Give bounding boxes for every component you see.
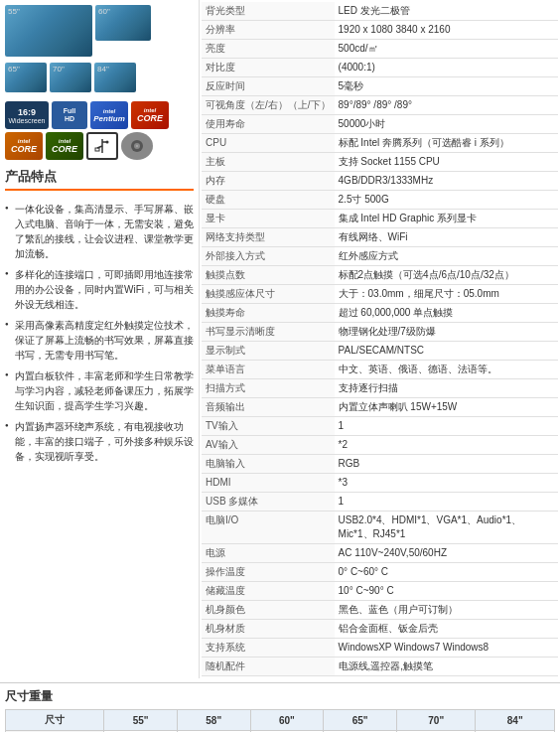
product-image-65: 65" (5, 63, 47, 92)
specs-table: 背光类型LED 发光二极管分辨率1920 x 1080 3840 x 2160亮… (202, 2, 558, 676)
spec-row: 外部接入方式红外感应方式 (202, 247, 558, 266)
product-images: 55" 60" 65" 70" 84" (5, 5, 194, 95)
spec-row: 音频输出内置立体声喇叭 15W+15W (202, 398, 558, 417)
dim-col-header: 65" (324, 710, 397, 731)
feature-item-5: 内置扬声器环绕声系统，有电视接收功能，丰富的接口端子，可外接多种娱乐设备，实现视… (5, 416, 194, 467)
spec-row: 背光类型LED 发光二极管 (202, 2, 558, 21)
spec-row: 电脑输入RGB (202, 455, 558, 474)
fullhd-badge: Full HD (52, 101, 87, 129)
spec-row: 储藏温度10° C~90° C (202, 582, 558, 601)
spec-row: TV输入1 (202, 417, 558, 436)
spec-row: 对比度(4000:1) (202, 59, 558, 77)
intel-core-badge-3: intel CORE (46, 132, 83, 160)
usb-badge (86, 132, 118, 160)
intel-core-badge-2: intel CORE (5, 132, 43, 160)
spec-row: 硬盘2.5寸 500G (202, 191, 558, 210)
spec-row: 亮度500cd/㎡ (202, 40, 558, 59)
spec-row: 电脑I/OUSB2.0*4、HDMI*1、VGA*1、Audio*1、Mic*1… (202, 512, 558, 544)
svg-point-7 (136, 145, 138, 147)
spec-row: 扫描方式支持逐行扫描 (202, 379, 558, 398)
spec-row: USB 多媒体1 (202, 493, 558, 512)
product-image-70: 70" (50, 63, 91, 92)
dim-col-header: 58" (177, 710, 250, 731)
dim-col-header: 尺寸 (6, 710, 104, 731)
left-panel: 55" 60" 65" 70" 84" 16:9 (0, 0, 199, 678)
feature-item-2: 多样化的连接端口，可即插即用地连接常用的办公设备，同时内置WiFi，可与相关外设… (5, 264, 194, 315)
spec-row: 支持系统WindowsXP Windows7 Windows8 (202, 639, 558, 658)
spec-row: 书写显示清晰度物理钢化处理/7级防爆 (202, 323, 558, 342)
feature-item-1: 一体化设备，集高清显示、手写屏幕、嵌入式电脑、音响于一体，无需安装，避免了繁乱的… (5, 199, 194, 264)
feature-list: 一体化设备，集高清显示、手写屏幕、嵌入式电脑、音响于一体，无需安装，避免了繁乱的… (5, 199, 194, 467)
spec-row: 内存4GB/DDR3/1333MHz (202, 172, 558, 191)
dimensions-title: 尺寸重量 (5, 688, 555, 705)
spec-row: CPU标配 Intel 奔腾系列（可选酷睿 i 系列） (202, 134, 558, 153)
widescreen-badge: 16:9 Widescreen (5, 101, 49, 129)
section-title: 产品特点 (5, 168, 194, 191)
spec-row: 分辨率1920 x 1080 3840 x 2160 (202, 21, 558, 40)
product-image-60: 60" (95, 5, 151, 41)
spec-row: 网络支持类型有线网络、WiFi (202, 228, 558, 247)
spec-row: 反应时间5毫秒 (202, 77, 558, 96)
feature-item-3: 采用高像素高精度定红外触摸定位技术，保证了屏幕上流畅的书写效果，屏幕直接书写，无… (5, 315, 194, 366)
svg-point-2 (106, 141, 109, 144)
spec-row: HDMI*3 (202, 474, 558, 493)
right-panel: 背光类型LED 发光二极管分辨率1920 x 1080 3840 x 2160亮… (199, 0, 560, 678)
spec-row: 可视角度（左/右）（上/下）89°/89° /89° /89° (202, 96, 558, 115)
dimensions-table: 尺寸55"58"60"65"70"84" 整机尺寸（长×宽）1297×768MM… (5, 709, 555, 732)
product-image-84: 84" (94, 63, 136, 92)
spec-row: 随机配件电源线,遥控器,触摸笔 (202, 658, 558, 676)
spec-row: 菜单语言中文、英语、俄语、德语、法语等。 (202, 361, 558, 379)
spec-row: 触摸点数标配2点触摸（可选4点/6点/10点/32点） (202, 266, 558, 285)
intel-pentium-badge: intel Pentium (90, 101, 128, 129)
feature-item-4: 内置白板软件，丰富老师和学生日常教学与学习内容，减轻老师备课压力，拓展学生知识面… (5, 366, 194, 416)
spec-row: 主板支持 Socket 1155 CPU (202, 153, 558, 172)
spec-row: 电源AC 110V~240V,50/60HZ (202, 544, 558, 563)
intel-core-badge-1: intel CORE (131, 101, 169, 129)
spec-row: 操作温度0° C~60° C (202, 563, 558, 582)
dim-col-header: 70" (396, 710, 476, 731)
dim-col-header: 55" (104, 710, 178, 731)
dim-col-header: 60" (250, 710, 324, 731)
spec-row: 显卡集成 Intel HD Graphic 系列显卡 (202, 210, 558, 228)
spec-row: 使用寿命50000小时 (202, 115, 558, 134)
badge-row: 16:9 Widescreen Full HD intel Pentium in… (5, 101, 194, 160)
spec-row: AV输入*2 (202, 436, 558, 455)
spec-row: 机身材质铝合金面框、钣金后壳 (202, 620, 558, 639)
spec-row: 显示制式PAL/SECAM/NTSC (202, 342, 558, 361)
dimensions-section: 尺寸重量 尺寸55"58"60"65"70"84" 整机尺寸（长×宽）1297×… (0, 682, 560, 732)
svg-rect-4 (95, 148, 99, 151)
spec-row: 触摸寿命超过 60,000,000 单点触摸 (202, 304, 558, 323)
dim-col-header: 84" (476, 710, 555, 731)
spec-row: 机身颜色黑色、蓝色（用户可订制） (202, 601, 558, 620)
product-image-55: 55" (5, 5, 92, 57)
spec-row: 触摸感应体尺寸大于：03.0mm，细尾尺寸：05.0mm (202, 285, 558, 304)
speaker-badge (121, 132, 153, 160)
